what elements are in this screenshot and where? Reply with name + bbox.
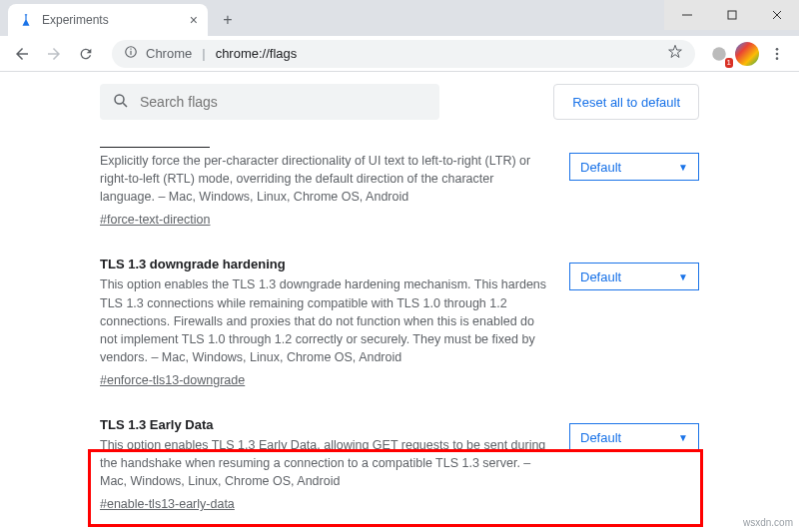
flag-select-value: Default (580, 269, 621, 284)
flag-hash-link[interactable]: #force-text-direction (100, 213, 210, 227)
address-bar[interactable]: Chrome | chrome://flags (112, 40, 695, 68)
window-maximize[interactable] (709, 0, 754, 30)
search-input[interactable] (140, 94, 427, 110)
flag-description: This option enables TLS 1.3 Early Data, … (100, 436, 549, 490)
svg-point-11 (115, 95, 124, 104)
svg-point-9 (776, 52, 779, 55)
tab-title: Experiments (42, 13, 109, 27)
page-content: Reset all to default Explicitly force th… (0, 72, 799, 532)
flag-select[interactable]: Default▼ (569, 423, 699, 451)
flag-item: Force Dark Mode for Web ContentsAutomati… (100, 525, 699, 532)
flag-title-truncated (100, 147, 210, 148)
flag-item: Explicitly force the per-character direc… (100, 131, 699, 241)
window-minimize[interactable] (664, 0, 709, 30)
profile-avatar[interactable] (735, 42, 759, 66)
svg-point-10 (776, 57, 779, 60)
svg-line-12 (123, 103, 127, 107)
flag-title: TLS 1.3 Early Data (100, 417, 549, 432)
svg-rect-1 (728, 11, 736, 19)
flag-item: TLS 1.3 Early DataThis option enables TL… (100, 401, 699, 525)
toolbar: Chrome | chrome://flags 1 (0, 36, 799, 72)
svg-point-7 (712, 47, 726, 61)
omnibox-url: chrome://flags (216, 46, 298, 61)
omnibox-prefix: Chrome (146, 46, 192, 61)
menu-button[interactable] (763, 40, 791, 68)
svg-rect-5 (130, 51, 131, 55)
flag-select-value: Default (580, 160, 621, 175)
svg-rect-6 (130, 49, 131, 50)
back-button[interactable] (8, 40, 36, 68)
reset-all-button[interactable]: Reset all to default (553, 84, 699, 120)
tab-experiments[interactable]: Experiments × (8, 4, 208, 36)
chevron-down-icon: ▼ (678, 432, 688, 443)
flag-select[interactable]: Default▼ (569, 263, 699, 290)
search-box[interactable] (100, 84, 439, 120)
flag-title: TLS 1.3 downgrade hardening (100, 257, 549, 271)
forward-button[interactable] (40, 40, 68, 68)
info-icon (124, 45, 138, 62)
svg-point-8 (776, 48, 779, 51)
window-close[interactable] (754, 0, 799, 30)
flag-item: TLS 1.3 downgrade hardeningThis option e… (100, 241, 699, 401)
flag-hash-link[interactable]: #enable-tls13-early-data (100, 497, 235, 511)
new-tab-button[interactable]: + (214, 6, 242, 34)
omnibox-separator: | (200, 46, 207, 61)
watermark: wsxdn.com (743, 517, 793, 528)
bookmark-star-icon[interactable] (667, 44, 683, 63)
extension-icon[interactable]: 1 (707, 42, 731, 66)
chevron-down-icon: ▼ (678, 271, 688, 282)
flag-description: Explicitly force the per-character direc… (100, 152, 549, 206)
flag-description: This option enables the TLS 1.3 downgrad… (100, 275, 549, 366)
extension-badge: 1 (725, 58, 733, 68)
flask-icon (18, 12, 34, 28)
search-icon (112, 92, 130, 113)
flag-select-value: Default (580, 430, 621, 445)
close-icon[interactable]: × (190, 12, 198, 28)
chevron-down-icon: ▼ (678, 162, 688, 173)
flag-hash-link[interactable]: #enforce-tls13-downgrade (100, 373, 245, 387)
reload-button[interactable] (72, 40, 100, 68)
flag-select[interactable]: Default▼ (569, 153, 699, 181)
